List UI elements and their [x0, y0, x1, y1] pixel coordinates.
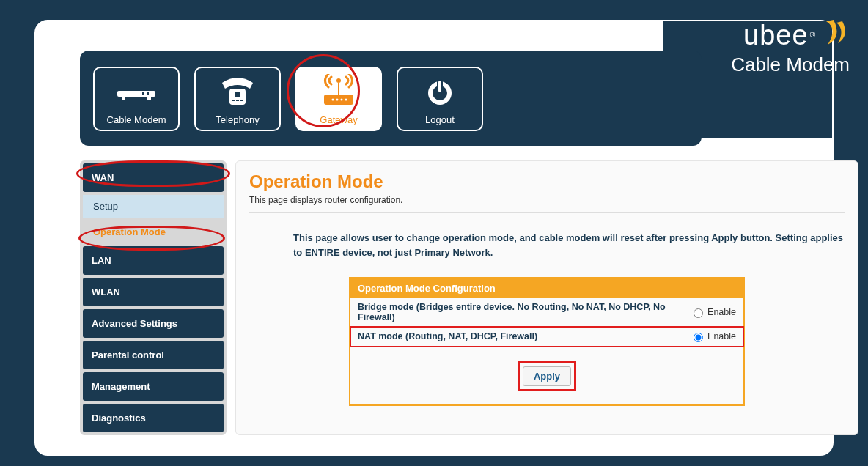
- svg-point-13: [336, 98, 339, 100]
- radio-label: Enable: [707, 331, 736, 341]
- config-note: This page allows user to change operatio…: [293, 231, 845, 259]
- sidebar-lan[interactable]: LAN: [83, 246, 224, 275]
- svg-rect-0: [117, 91, 155, 97]
- radio-label: Enable: [707, 307, 736, 317]
- nav-telephony[interactable]: Telephony: [194, 67, 281, 131]
- sidebar-advanced-settings[interactable]: Advanced Settings: [83, 309, 224, 338]
- svg-rect-4: [147, 92, 149, 95]
- nav-logout[interactable]: Logout: [397, 67, 483, 131]
- config-box: Operation Mode Configuration Bridge mode…: [349, 277, 745, 406]
- phone-icon: [196, 68, 279, 114]
- svg-rect-7: [232, 100, 235, 101]
- config-row-bridge: Bridge mode (Bridges entire device. No R…: [350, 298, 743, 327]
- svg-rect-10: [338, 83, 339, 95]
- brand-block: ubee® Cable Modem: [731, 18, 850, 76]
- config-row-label: NAT mode (Routing, NAT, DHCP, Firewall): [358, 331, 537, 341]
- nav-cable-modem[interactable]: Cable Modem: [93, 67, 180, 131]
- radio-bridge-enable[interactable]: [694, 308, 703, 318]
- power-icon: [398, 68, 482, 114]
- sidebar-diagnostics[interactable]: Diagnostics: [83, 404, 224, 432]
- sidebar-item-setup[interactable]: Setup: [83, 195, 224, 218]
- top-nav: Cable Modem Telephony Gateway Logout: [80, 51, 702, 146]
- svg-point-15: [345, 98, 347, 100]
- svg-point-14: [341, 98, 343, 100]
- sidebar: WAN Setup Operation Mode LAN WLAN Advanc…: [80, 160, 227, 435]
- apply-highlight: Apply: [518, 361, 576, 391]
- brand-reg: ®: [810, 32, 816, 39]
- config-row-label: Bridge mode (Bridges entire device. No R…: [358, 302, 690, 322]
- nav-label: Logout: [425, 114, 455, 125]
- svg-point-12: [332, 98, 334, 100]
- nav-gateway[interactable]: Gateway: [295, 67, 382, 131]
- svg-rect-2: [147, 97, 151, 100]
- svg-rect-3: [142, 92, 144, 95]
- content-area: Operation Mode This page displays router…: [235, 160, 858, 435]
- brand-product: Cable Modem: [731, 53, 850, 76]
- config-row-nat: NAT mode (Routing, NAT, DHCP, Firewall) …: [350, 327, 743, 347]
- brand-name: ubee: [743, 21, 809, 49]
- sidebar-parental-control[interactable]: Parental control: [83, 341, 224, 369]
- nav-label: Gateway: [320, 114, 357, 125]
- radio-nat-enable[interactable]: [694, 333, 703, 342]
- svg-rect-1: [122, 97, 125, 100]
- modem-icon: [95, 68, 178, 114]
- brand-spark-icon: [820, 18, 850, 52]
- sidebar-item-operation-mode[interactable]: Operation Mode: [83, 221, 224, 243]
- svg-rect-8: [236, 100, 239, 101]
- svg-rect-11: [324, 95, 353, 105]
- svg-rect-9: [240, 100, 243, 101]
- svg-rect-17: [438, 80, 442, 93]
- sidebar-management[interactable]: Management: [83, 372, 224, 401]
- page-title: Operation Mode: [249, 171, 845, 192]
- page-desc: This page displays router configuration.: [249, 195, 845, 205]
- sidebar-wan[interactable]: WAN: [83, 163, 224, 192]
- gateway-icon: [297, 68, 380, 114]
- apply-button[interactable]: Apply: [523, 366, 571, 386]
- sidebar-wlan[interactable]: WLAN: [83, 278, 224, 306]
- svg-point-6: [235, 92, 240, 97]
- nav-label: Telephony: [216, 114, 259, 125]
- nav-label: Cable Modem: [107, 114, 166, 125]
- config-head: Operation Mode Configuration: [350, 278, 743, 298]
